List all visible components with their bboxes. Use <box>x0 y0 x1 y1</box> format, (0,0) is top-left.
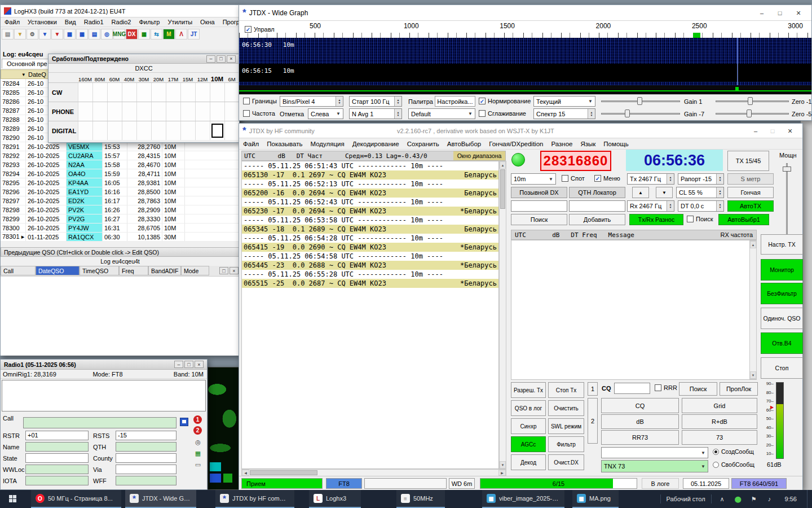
dxcc-cell-phone-60m[interactable] <box>107 102 122 121</box>
slider-thumb[interactable] <box>625 110 630 117</box>
msg-grid-button[interactable]: Grid <box>682 398 757 413</box>
borders-checkbox[interactable]: Границы <box>243 98 277 104</box>
hound-button[interactable]: Гончая <box>727 187 774 198</box>
restore-icon[interactable]: □ <box>217 55 226 63</box>
dxcc-cell-cw-30m[interactable] <box>136 83 151 102</box>
erase-button[interactable]: Очистить <box>548 400 584 416</box>
rx-freq-spinner[interactable]: Rx 2467 Гц▲▼ <box>627 200 674 212</box>
spinner-arrows[interactable]: ▲▼ <box>667 201 674 211</box>
cl-spinner[interactable]: CL 55 %▲▼ <box>676 187 724 198</box>
maximize-icon[interactable]: □ <box>771 5 789 20</box>
loghx-menu-item[interactable]: Radio2 <box>108 17 135 27</box>
badge-2-icon[interactable]: 2 <box>193 426 202 435</box>
decode-row[interactable]: 065415 -19 0.0 2690 ~ CQ EW4M KO23 *Бела… <box>242 243 498 252</box>
controls-checkbox[interactable]: Управл <box>243 25 276 33</box>
dxcc-cell-cw-10m[interactable] <box>210 83 224 102</box>
save-icon[interactable] <box>180 418 188 426</box>
decode-row[interactable]: ----- 05.11.25 06:54:58 UTC ------------… <box>242 252 498 261</box>
dxcc-cell-digital-30m[interactable] <box>136 121 151 140</box>
zero2-slider[interactable] <box>716 108 789 119</box>
dxcc-cell-phone-10m[interactable] <box>210 102 224 121</box>
taskbar-item[interactable]: 50 МГц - Страница 8... <box>31 490 121 508</box>
tune-button[interactable]: Настр. TX <box>761 234 803 255</box>
prevqso-column-timeqso[interactable]: TimeQSO <box>80 266 119 275</box>
answer-b4-button[interactable]: Отв.В4 <box>761 332 803 354</box>
minimize-icon[interactable]: – <box>747 124 764 138</box>
tray-clock[interactable]: 9:56 <box>780 496 801 502</box>
palette-settings-button[interactable]: Настройка... <box>435 96 475 107</box>
taskbar-item[interactable]: JTDX by HF commun... <box>215 490 294 508</box>
nofilter-button[interactable]: БезФильтр <box>761 283 803 304</box>
minimize-icon[interactable]: – <box>753 5 771 20</box>
sync-button[interactable]: Синхр <box>511 418 546 434</box>
stop-button[interactable]: Стоп <box>761 357 803 379</box>
prevqso-column-freq[interactable]: Freq <box>119 266 148 275</box>
state-input[interactable] <box>25 453 89 463</box>
filter-button[interactable]: Фильтр <box>548 436 584 452</box>
taskbar-item[interactable]: viber_image_2025-10... <box>482 490 564 508</box>
tray-sound-icon[interactable]: ♪ <box>765 496 775 502</box>
band-combo[interactable]: 10m▼ <box>511 173 556 185</box>
spinner-arrows[interactable]: ▲▼ <box>716 201 723 211</box>
gain2-slider[interactable] <box>601 108 680 119</box>
dxcc-cell-phone-20m[interactable] <box>151 102 166 121</box>
tray-flag-icon[interactable]: ⚑ <box>749 496 759 503</box>
log-table-row[interactable]: 78291 26-10-2025 VE5MX 15:53 28,2760 10M <box>1 142 240 151</box>
scroll-right-icon[interactable]: ▶ <box>498 470 506 476</box>
spot-checkbox[interactable]: Спот <box>562 175 585 182</box>
table-green-icon[interactable]: ▦ <box>138 29 150 40</box>
log-table-row[interactable]: 78292 26-10-2025 CU2ARA 15:57 28,4315 10… <box>1 151 240 160</box>
free-message-input[interactable]: ▼ <box>601 447 708 458</box>
scroll-up-icon[interactable]: ▲ <box>750 241 756 248</box>
add-button[interactable]: Добавить <box>569 214 625 225</box>
jtdx-menu-item[interactable]: Язык <box>576 139 599 148</box>
single-qso-button[interactable]: Одиноч. QSO <box>761 308 803 329</box>
prevqso-column-bandadif[interactable]: BandADIF <box>148 266 181 275</box>
radio1-titlebar[interactable]: Radio1 (05-11-2025 06:56) – □ × <box>1 360 207 370</box>
binoculars-icon[interactable]: ◎ <box>193 439 202 446</box>
dxcc-cell-phone-30m[interactable] <box>136 102 151 121</box>
dxcc-cell-phone-40m[interactable] <box>122 102 136 121</box>
iota-input[interactable] <box>25 476 89 485</box>
taskbar-item[interactable]: MA.png <box>572 490 619 508</box>
loghx-menu-item[interactable]: Фильтр <box>135 17 164 27</box>
decode-scrollbar[interactable]: ▲ ▼ <box>499 161 506 469</box>
dt-spinner[interactable]: DT 0,0 с▲▼ <box>678 200 724 212</box>
spinner-arrows[interactable]: ▲▼ <box>716 174 723 184</box>
prevqso-column-call[interactable]: Call <box>1 266 36 275</box>
decode-row[interactable]: 065345 -18 0.1 2689 ~ CQ EW4M KO23 Белар… <box>242 225 498 234</box>
dx-call-button[interactable]: Позывной DX <box>511 187 567 198</box>
dx-icon[interactable]: DX <box>126 29 138 40</box>
decode-row[interactable]: ----- 05.11.25 06:51:43 UTC ------------… <box>242 161 498 170</box>
free-msg-radio[interactable]: СвобСообщ <box>713 461 754 468</box>
via-input[interactable] <box>116 465 176 474</box>
log-table-row[interactable]: 78296 26-10-2025 EA1YD 16:16 28,8500 10M <box>1 187 240 196</box>
decode-row[interactable]: ----- 05.11.25 06:52:43 UTC ------------… <box>242 198 498 207</box>
table-blue-icon[interactable]: ▦ <box>64 29 76 40</box>
minimize-icon[interactable]: – <box>174 361 183 368</box>
bins-spinner[interactable]: Bins/Pixel 4▲▼ <box>280 96 343 107</box>
loghx-tab-main[interactable]: Основной пре <box>2 59 52 68</box>
jtdx-menu-item[interactable]: Помощь <box>599 139 632 148</box>
frequency-display[interactable]: 28316860 <box>540 151 611 171</box>
scroll-up-icon[interactable]: ▲ <box>500 161 506 169</box>
power-slider[interactable] <box>782 163 793 242</box>
tx-period-button[interactable]: TX 15/45 <box>727 151 769 171</box>
jtdx-menu-item[interactable]: Декодирование <box>348 139 403 148</box>
rx-table-scrollbar[interactable]: ▲ ▼ <box>749 240 757 379</box>
proploc-button[interactable]: ПропЛок <box>720 382 758 396</box>
swl-mode-button[interactable]: SWL режим <box>548 418 584 434</box>
badge-1-icon[interactable]: 1 <box>193 415 202 424</box>
dxcc-cell-cw-15m[interactable] <box>180 83 195 102</box>
printer-icon[interactable]: ▭ <box>193 461 202 469</box>
dxcc-cell-digital-40m[interactable] <box>122 121 136 140</box>
spinner-arrows[interactable]: ▲▼ <box>394 97 401 106</box>
rrr-checkbox[interactable]: RRR <box>655 384 677 391</box>
find-checkbox[interactable]: Поиск <box>687 216 713 222</box>
qth-input[interactable] <box>116 442 176 452</box>
zoom-table-icon[interactable]: ◎ <box>101 29 113 40</box>
dxcc-cell-phone-12m[interactable] <box>195 102 210 121</box>
county-input[interactable] <box>116 453 176 463</box>
dxcc-cell-cw-12m[interactable] <box>195 83 210 102</box>
dxcc-cell-digital-12m[interactable] <box>195 121 210 140</box>
